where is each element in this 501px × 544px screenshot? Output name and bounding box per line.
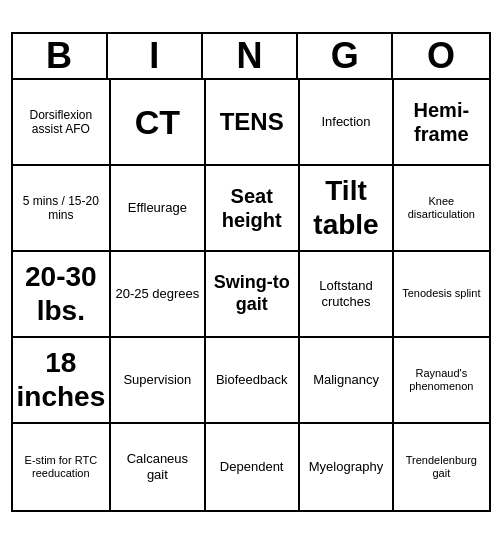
cell-5: 5 mins / 15-20 mins (13, 166, 112, 252)
cell-17: Biofeedback (206, 338, 300, 424)
cell-19: Raynaud's phenomenon (394, 338, 488, 424)
bingo-card: B I N G O Dorsiflexion assist AFO CT TEN… (11, 32, 491, 512)
cell-16: Supervision (111, 338, 205, 424)
cell-9: Knee disarticulation (394, 166, 488, 252)
cell-2: TENS (206, 80, 300, 166)
cell-14: Tenodesis splint (394, 252, 488, 338)
cell-11: 20-25 degrees (111, 252, 205, 338)
cell-20: E-stim for RTC reeducation (13, 424, 112, 510)
bingo-header: B I N G O (13, 34, 489, 80)
header-o: O (393, 34, 488, 78)
header-b: B (13, 34, 108, 78)
cell-7: Seat height (206, 166, 300, 252)
cell-23: Myelography (300, 424, 394, 510)
cell-15: 18 inches (13, 338, 112, 424)
cell-8: Tilt table (300, 166, 394, 252)
cell-1: CT (111, 80, 205, 166)
cell-10: 20-30 lbs. (13, 252, 112, 338)
cell-13: Loftstand crutches (300, 252, 394, 338)
cell-24: Trendelenburg gait (394, 424, 488, 510)
header-g: G (298, 34, 393, 78)
bingo-grid: Dorsiflexion assist AFO CT TENS Infectio… (13, 80, 489, 510)
cell-12: Swing-to gait (206, 252, 300, 338)
cell-4: Hemi-frame (394, 80, 488, 166)
cell-6: Effleurage (111, 166, 205, 252)
cell-18: Malignancy (300, 338, 394, 424)
header-n: N (203, 34, 298, 78)
header-i: I (108, 34, 203, 78)
cell-21: Calcaneus gait (111, 424, 205, 510)
cell-0: Dorsiflexion assist AFO (13, 80, 112, 166)
cell-3: Infection (300, 80, 394, 166)
cell-22: Dependent (206, 424, 300, 510)
